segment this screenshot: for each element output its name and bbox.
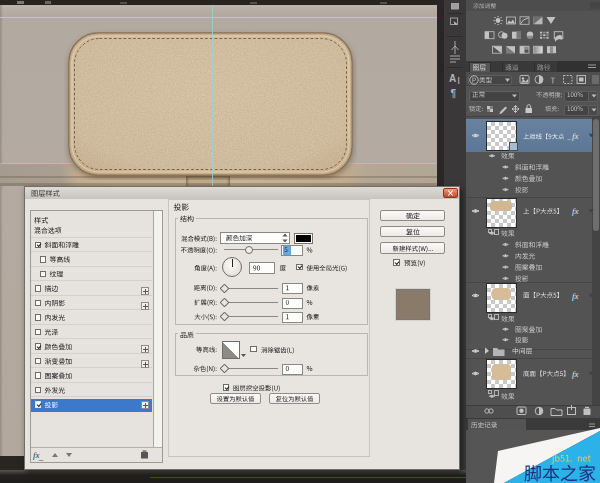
svg-text:¶: ¶ [451,88,457,99]
svg-text:fx: fx [33,450,40,460]
svg-text:̲: ̲ [38,460,44,461]
svg-text:|: | [458,75,460,84]
svg-text:A: A [449,73,456,84]
